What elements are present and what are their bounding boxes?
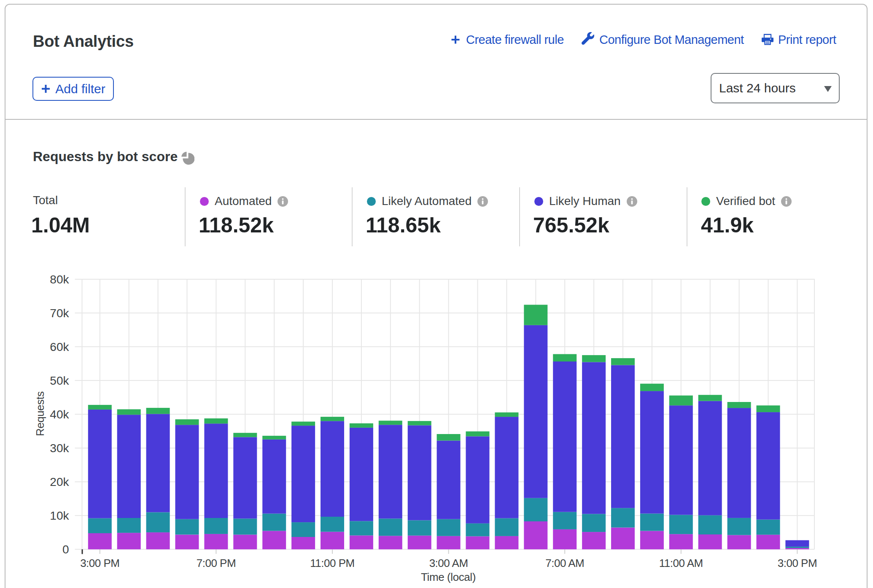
svg-text:3:00 AM: 3:00 AM — [429, 557, 468, 569]
svg-text:70k: 70k — [50, 307, 69, 320]
svg-text:30k: 30k — [50, 442, 69, 455]
svg-text:7:00 PM: 7:00 PM — [197, 557, 236, 569]
svg-text:11:00 AM: 11:00 AM — [659, 557, 703, 569]
svg-text:40k: 40k — [50, 408, 69, 421]
svg-text:10k: 10k — [50, 509, 69, 522]
svg-text:20k: 20k — [50, 475, 69, 488]
svg-text:3:00 PM: 3:00 PM — [80, 557, 119, 569]
svg-text:Requests: Requests — [34, 391, 46, 436]
svg-text:7:00 AM: 7:00 AM — [545, 557, 584, 569]
svg-text:11:00 PM: 11:00 PM — [310, 557, 354, 569]
svg-text:80k: 80k — [50, 273, 69, 286]
svg-text:50k: 50k — [50, 374, 69, 387]
svg-text:0: 0 — [62, 543, 69, 556]
svg-text:3:00 PM: 3:00 PM — [778, 557, 817, 569]
svg-text:60k: 60k — [50, 340, 69, 353]
svg-text:Time (local): Time (local) — [421, 571, 476, 583]
